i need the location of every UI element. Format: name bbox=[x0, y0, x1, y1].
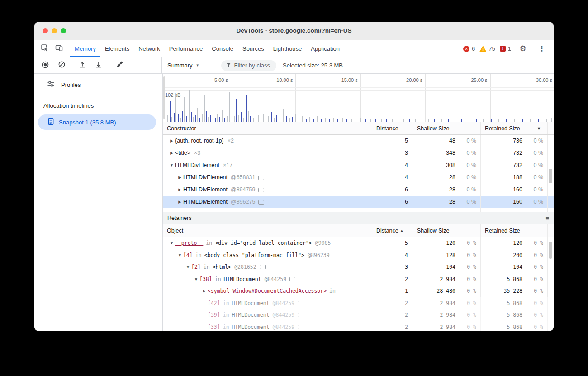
retainer-row[interactable]: [39]inHTMLDocument@84425922 9840 %5 8680… bbox=[163, 309, 554, 321]
issues-badge[interactable]: ! 1 bbox=[500, 45, 511, 52]
record-heap-button[interactable] bbox=[39, 59, 52, 72]
allocation-bar-live bbox=[422, 119, 422, 122]
constructor-row[interactable]: ▶{auth, root, root-1p}×25480 %7360 % bbox=[163, 135, 554, 147]
panel-tabs: MemoryElementsNetworkPerformanceConsoleS… bbox=[70, 40, 344, 57]
retained-size-cell: 5 8680 % bbox=[480, 273, 547, 286]
tab-sources[interactable]: Sources bbox=[238, 40, 269, 57]
device-toolbar-button[interactable] bbox=[52, 40, 66, 57]
reveal-in-elements-icon[interactable] bbox=[298, 313, 303, 317]
retainer-edge-name: __proto__ bbox=[175, 237, 203, 249]
allocation-bar-live bbox=[271, 112, 272, 122]
tab-performance[interactable]: Performance bbox=[165, 40, 207, 57]
reveal-in-elements-icon[interactable] bbox=[298, 301, 303, 305]
tree-expand-icon[interactable]: ▶ bbox=[176, 184, 183, 196]
tree-collapse-icon[interactable]: ▼ bbox=[193, 273, 199, 286]
clear-profiles-button[interactable] bbox=[55, 59, 68, 72]
retainers-table-header: Object Distance ▲ Shallow Size Retained … bbox=[163, 224, 554, 237]
retainer-row[interactable]: ▼[38]inHTMLDocument@84425922 9840 %5 868… bbox=[163, 273, 554, 286]
tab-lighthouse[interactable]: Lighthouse bbox=[269, 40, 307, 57]
hamburger-menu-icon[interactable]: ≡ bbox=[545, 215, 549, 222]
tree-expand-icon[interactable]: ▶ bbox=[176, 196, 183, 208]
retainer-row[interactable]: ▼[2]in<html>@28165231040 %1040 % bbox=[163, 261, 554, 273]
tree-collapse-icon[interactable]: ▼ bbox=[168, 237, 175, 249]
save-profile-button[interactable] bbox=[92, 59, 105, 72]
retainer-cell: ▼[38]inHTMLDocument@844259 bbox=[163, 273, 372, 286]
sort-ascending-icon: ▲ bbox=[400, 228, 404, 233]
collect-garbage-button[interactable] bbox=[113, 59, 126, 72]
object-id: @658831 bbox=[231, 171, 255, 184]
shallow-size-value: 28 bbox=[413, 184, 455, 196]
tree-expand-icon[interactable]: ▶ bbox=[176, 171, 183, 184]
tree-expand-icon[interactable]: ▶ bbox=[176, 208, 183, 212]
tree-collapse-icon[interactable]: ▼ bbox=[176, 249, 183, 262]
tab-application[interactable]: Application bbox=[306, 40, 344, 57]
more-options-button[interactable]: ⋮ bbox=[535, 45, 549, 52]
timeline-left-grip[interactable] bbox=[163, 76, 165, 119]
shallow-size-cell: 280 % bbox=[413, 184, 480, 196]
shallow-size-percent: 0 % bbox=[455, 159, 480, 171]
column-header-retained-size[interactable]: Retained Size ▼ bbox=[480, 122, 547, 134]
tab-network[interactable]: Network bbox=[134, 40, 165, 57]
retainer-row[interactable]: [42]inHTMLDocument@84425922 9840 %5 8680… bbox=[163, 297, 554, 309]
inspect-element-button[interactable] bbox=[37, 40, 52, 57]
settings-button[interactable]: ⚙ bbox=[516, 45, 530, 52]
tab-elements[interactable]: Elements bbox=[100, 40, 134, 57]
tree-collapse-icon[interactable]: ▼ bbox=[185, 261, 191, 273]
tab-console[interactable]: Console bbox=[207, 40, 238, 57]
scrollbar-gutter bbox=[547, 224, 554, 237]
column-header-object[interactable]: Object bbox=[163, 228, 372, 234]
retainer-row[interactable]: [33]inHTMLDocument@84425922 9840 %5 8680… bbox=[163, 321, 554, 332]
filter-by-class-input[interactable]: Filter by class bbox=[221, 60, 276, 71]
reveal-in-elements-icon[interactable] bbox=[258, 176, 264, 180]
reveal-in-elements-icon[interactable] bbox=[258, 200, 264, 205]
minimize-window-button[interactable] bbox=[52, 28, 57, 33]
tree-collapse-icon[interactable]: ▼ bbox=[168, 159, 175, 171]
column-header-distance[interactable]: Distance bbox=[372, 122, 413, 134]
retainers-section-header[interactable]: Retainers ≡ bbox=[163, 212, 554, 224]
tab-memory[interactable]: Memory bbox=[70, 40, 100, 57]
retainer-row[interactable]: ▼__proto__in<div id="grid-label-containe… bbox=[163, 237, 554, 249]
allocation-timeline-overview[interactable]: 102 kB 5.00 s10.00 s15.00 s20.00 s25.00 … bbox=[163, 74, 554, 122]
reveal-in-elements-icon[interactable] bbox=[258, 188, 264, 192]
console-warnings-badge[interactable]: ! 75 bbox=[479, 45, 495, 52]
vertical-scrollbar-thumb[interactable] bbox=[549, 242, 552, 259]
constructor-row[interactable]: ▶HTMLDivElement@8962756280 %1600 % bbox=[163, 196, 554, 208]
timeline-ruler-label: 20.00 s bbox=[386, 77, 422, 83]
column-header-shallow-size[interactable]: Shallow Size bbox=[413, 122, 480, 134]
reveal-in-elements-icon[interactable] bbox=[289, 277, 295, 281]
allocation-bar bbox=[248, 111, 249, 122]
tree-expand-icon[interactable]: ▶ bbox=[201, 285, 208, 297]
close-window-button[interactable] bbox=[43, 28, 48, 33]
column-header-constructor[interactable]: Constructor bbox=[163, 125, 372, 132]
reveal-in-elements-icon[interactable] bbox=[249, 212, 255, 213]
sidebar-item-snapshot-1[interactable]: Snapshot 1 (35.8 MB) bbox=[38, 114, 156, 130]
retainer-cell: ▶<symbol Window#DocumentCachedAccessor>i… bbox=[163, 285, 372, 297]
object-id: @894759 bbox=[231, 184, 255, 196]
load-profile-button[interactable] bbox=[76, 59, 89, 72]
vertical-scrollbar-thumb[interactable] bbox=[549, 169, 552, 183]
column-header-shallow-size[interactable]: Shallow Size bbox=[413, 224, 480, 237]
allocation-bar-live bbox=[286, 116, 287, 122]
profiles-header[interactable]: Profiles bbox=[34, 76, 162, 94]
retainer-row[interactable]: ▼[4]in<body class="platform-mac fill">@8… bbox=[163, 249, 554, 262]
tree-expand-icon[interactable]: ▶ bbox=[168, 135, 175, 147]
allocation-bar-live bbox=[199, 118, 200, 122]
column-header-distance[interactable]: Distance ▲ bbox=[372, 224, 413, 237]
console-errors-badge[interactable]: ✕ 6 bbox=[463, 45, 475, 52]
retained-size-value: 5 868 bbox=[481, 321, 522, 332]
constructor-row[interactable]: ▶HTMLDivElement@8947596280 %1600 % bbox=[163, 184, 554, 196]
retainer-row[interactable]: ▶<symbol Window#DocumentCachedAccessor>i… bbox=[163, 285, 554, 297]
perspective-select[interactable]: Summary ▼ bbox=[167, 62, 199, 69]
tree-expand-icon[interactable]: ▶ bbox=[168, 147, 175, 159]
reveal-in-elements-icon[interactable] bbox=[298, 325, 303, 329]
zoom-window-button[interactable] bbox=[61, 28, 66, 33]
shallow-size-cell: 2 9840 % bbox=[413, 273, 480, 286]
constructor-row[interactable]: ▼HTMLDivElement×1743080 %7320 % bbox=[163, 159, 554, 171]
constructor-row[interactable]: ▶HTMLDivElement@896 bbox=[163, 208, 554, 212]
column-header-retained-size[interactable]: Retained Size bbox=[480, 224, 547, 237]
constructor-row[interactable]: ▶HTMLDivElement@6588314280 %1880 % bbox=[163, 171, 554, 184]
constructor-row[interactable]: ▶<title>×333480 %7320 % bbox=[163, 147, 554, 159]
reveal-in-elements-icon[interactable] bbox=[260, 265, 266, 269]
shallow-size-percent: 0 % bbox=[455, 297, 480, 309]
allocation-bar bbox=[317, 116, 318, 122]
